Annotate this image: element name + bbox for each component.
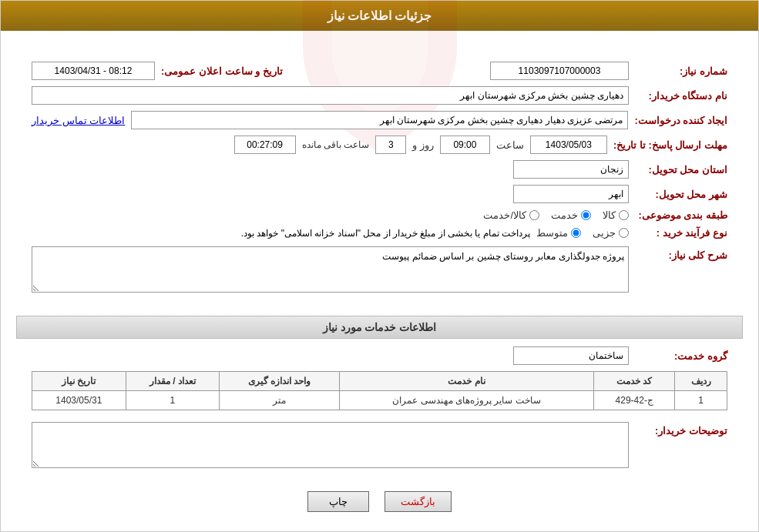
organization-label: نام دستگاه خریدار: <box>635 90 727 102</box>
purchase-type-jozii-radio[interactable] <box>619 228 629 238</box>
organization-row: نام دستگاه خریدار: <box>32 86 727 105</box>
deadline-days-label: روز و <box>412 139 434 151</box>
purchase-type-label: نوع فرآیند خرید : <box>635 227 727 239</box>
col-service-name: نام خدمت <box>339 372 593 391</box>
category-label: طبقه بندی موضوعی: <box>635 209 727 221</box>
category-kala-radio[interactable] <box>619 210 629 220</box>
purchase-type-radio-group: جزیی متوسط <box>536 227 629 239</box>
description-row: شرح کلی نیاز: پروژه جدولگذاری معابر روست… <box>32 246 727 293</box>
purchase-type-note: پرداخت تمام یا بخشی از مبلغ خریدار از مح… <box>241 228 530 239</box>
category-kala-khedmat-radio[interactable] <box>529 210 539 220</box>
organization-input <box>32 86 629 105</box>
deadline-time-input <box>440 136 490 154</box>
cell-service-name: ساخت سایر پروژه‌های مهندسی عمران <box>339 391 593 410</box>
cell-service-code: ج-42-429 <box>594 391 675 410</box>
deadline-remaining-input <box>234 136 296 154</box>
cell-unit: متر <box>220 391 340 410</box>
category-radio-group: کالا خدمت کالا/خدمت <box>483 209 629 221</box>
category-kala-khedmat-item[interactable]: کالا/خدمت <box>483 209 539 221</box>
creator-row: ایجاد کننده درخواست: اطلاعات تماس خریدار <box>32 111 727 129</box>
cell-quantity: 1 <box>126 391 220 410</box>
service-group-row: گروه خدمت: <box>32 346 727 365</box>
buyer-desc-row: توضیحات خریدار: <box>32 422 727 468</box>
purchase-type-jozii-item[interactable]: جزیی <box>593 227 629 239</box>
request-number-row: شماره نیاز: تاریخ و ساعت اعلان عمومی: <box>32 62 727 80</box>
deadline-time-label: ساعت <box>496 139 524 151</box>
province-row: استان محل تحویل: <box>32 160 727 179</box>
purchase-type-row: نوع فرآیند خرید : جزیی متوسط پرداخت تمام… <box>32 227 727 239</box>
category-khedmat-item[interactable]: خدمت <box>551 209 591 221</box>
back-button[interactable]: بازگشت <box>385 491 452 512</box>
datetime-input <box>32 62 155 80</box>
col-row-number: ردیف <box>675 372 727 391</box>
deadline-remaining-label: ساعت باقی مانده <box>302 139 370 150</box>
purchase-type-motavasset-item[interactable]: متوسط <box>536 227 581 239</box>
cell-row-number: 1 <box>675 391 727 410</box>
deadline-date-input <box>530 136 607 154</box>
description-label: شرح کلی نیاز: <box>635 246 727 261</box>
category-kala-khedmat-label: کالا/خدمت <box>483 209 526 221</box>
category-khedmat-radio[interactable] <box>581 210 591 220</box>
creator-input <box>131 111 628 129</box>
col-quantity: تعداد / مقدار <box>126 372 220 391</box>
purchase-type-motavasset-label: متوسط <box>536 227 568 239</box>
category-khedmat-label: خدمت <box>551 209 578 221</box>
province-input <box>513 160 629 179</box>
deadline-days-input <box>375 136 406 154</box>
print-button[interactable]: چاپ <box>307 491 369 512</box>
page-title: جزئیات اطلاعات نیاز <box>327 9 432 22</box>
buyer-desc-textarea[interactable] <box>32 422 629 468</box>
service-group-label: گروه خدمت: <box>635 350 727 362</box>
city-label: شهر محل تحویل: <box>635 189 727 200</box>
button-row: بازگشت چاپ <box>16 483 743 524</box>
cell-need-date: 1403/05/31 <box>32 391 126 410</box>
services-table: ردیف کد خدمت نام خدمت واحد اندازه گیری ت… <box>32 371 727 410</box>
datetime-label: تاریخ و ساعت اعلان عمومی: <box>161 65 283 77</box>
col-unit: واحد اندازه گیری <box>220 372 340 391</box>
city-row: شهر محل تحویل: <box>32 185 727 203</box>
table-row: 1 ج-42-429 ساخت سایر پروژه‌های مهندسی عم… <box>32 391 727 410</box>
deadline-label: مهلت ارسال پاسخ: تا تاریخ: <box>613 139 727 151</box>
purchase-type-jozii-label: جزیی <box>593 227 616 239</box>
description-textarea: پروژه جدولگذاری معابر روستای چشین بر اسا… <box>32 246 629 293</box>
col-need-date: تاریخ نیاز <box>32 372 126 391</box>
province-label: استان محل تحویل: <box>635 164 727 176</box>
buyer-desc-label: توضیحات خریدار: <box>635 422 727 437</box>
services-section-title: اطلاعات خدمات مورد نیاز <box>16 316 743 339</box>
service-group-input <box>513 346 629 365</box>
category-row: طبقه بندی موضوعی: کالا خدمت کالا/خدمت <box>32 209 727 221</box>
creator-label: ایجاد کننده درخواست: <box>634 115 727 126</box>
request-number-input <box>490 62 629 80</box>
city-input <box>513 185 629 203</box>
request-number-label: شماره نیاز: <box>635 65 727 77</box>
category-kala-label: کالا <box>603 209 616 221</box>
page-header: جزئیات اطلاعات نیاز <box>1 1 758 31</box>
col-service-code: کد خدمت <box>594 372 675 391</box>
category-kala-item[interactable]: کالا <box>603 209 629 221</box>
purchase-type-motavasset-radio[interactable] <box>571 228 581 238</box>
contact-link[interactable]: اطلاعات تماس خریدار <box>32 115 125 126</box>
deadline-row: مهلت ارسال پاسخ: تا تاریخ: ساعت روز و سا… <box>32 136 727 154</box>
